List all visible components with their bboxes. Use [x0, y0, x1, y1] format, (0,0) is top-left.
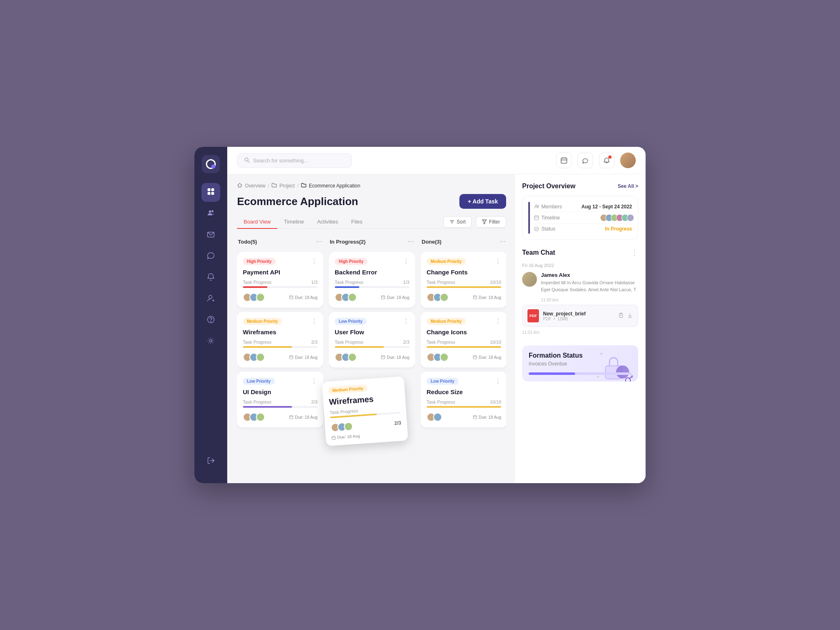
breadcrumb-project[interactable]: Project — [279, 183, 294, 189]
breadcrumb-home[interactable]: Overview — [245, 183, 265, 189]
card-menu-1[interactable]: ⋮ — [311, 258, 317, 265]
sidebar-item-mail[interactable] — [201, 226, 220, 244]
column-header-done: Done(3) ··· — [421, 235, 506, 248]
progress-fill-6 — [427, 286, 501, 288]
column-header-todo: Todo(5) ··· — [237, 235, 323, 248]
file-attachment[interactable]: PDF New_project_brief PDF • 12MB — [522, 305, 638, 327]
see-all-button[interactable]: See All > — [618, 183, 638, 189]
tab-activities[interactable]: Activities — [310, 215, 345, 229]
status-label: Status — [534, 226, 555, 232]
column-title-todo: Todo(5) — [238, 239, 257, 245]
file-download-button[interactable] — [627, 313, 633, 320]
sidebar-bottom — [201, 452, 220, 475]
card-wireframes: Medium Priority ⋮ Wireframes Task Progre… — [237, 312, 323, 368]
mail-icon — [207, 230, 215, 240]
column-title-inprogress: In Progress(2) — [330, 239, 365, 245]
notification-button[interactable] — [599, 153, 614, 168]
card-avatars-1 — [243, 293, 262, 302]
team-chat-more[interactable]: ⋮ — [631, 248, 638, 257]
add-task-button[interactable]: + Add Task — [459, 194, 506, 209]
notification-badge — [608, 155, 612, 159]
floating-card[interactable]: Medium Priority Wireframes Task Progress — [322, 376, 408, 446]
breadcrumb-current: Ecommerce Application — [309, 183, 360, 189]
tab-timeline[interactable]: Timeline — [277, 215, 310, 229]
app-logo[interactable] — [202, 155, 220, 173]
sidebar-item-settings[interactable] — [201, 332, 220, 351]
mini-avatar — [256, 413, 265, 422]
search-bar[interactable]: Search for something... — [237, 153, 352, 168]
card-title-5: User Flow — [335, 329, 409, 336]
sidebar-item-dashboard[interactable] — [201, 183, 220, 202]
card-due-1: Due: 18 Aug — [289, 295, 317, 300]
card-avatars-6 — [427, 293, 446, 302]
card-menu-8[interactable]: ⋮ — [495, 377, 501, 385]
main-content: Search for something... — [227, 147, 646, 483]
column-more-inprogress[interactable]: ··· — [408, 238, 414, 245]
card-menu-5[interactable]: ⋮ — [403, 317, 409, 325]
sidebar-item-logout[interactable] — [201, 452, 220, 471]
column-more-todo[interactable]: ··· — [316, 238, 322, 245]
column-done: Done(3) ··· Medium Priority ⋮ Change Fon… — [421, 235, 506, 479]
overview-details: Members Aug 12 - Sept 24 2022 — [534, 202, 632, 234]
priority-badge-4: High Priority — [335, 258, 368, 265]
card-menu-7[interactable]: ⋮ — [495, 317, 501, 325]
project-overview-title: Project Overview — [522, 183, 575, 190]
team-chat-title: Team Chat — [522, 249, 555, 256]
file-actions — [618, 313, 633, 320]
sidebar-item-help[interactable] — [201, 311, 220, 330]
filter-label: Filter — [489, 219, 500, 225]
svg-point-9 — [211, 321, 211, 322]
mini-avatar — [348, 293, 357, 302]
card-menu-4[interactable]: ⋮ — [403, 258, 409, 265]
card-menu-3[interactable]: ⋮ — [311, 377, 317, 385]
members-label: Members — [534, 204, 562, 210]
sort-button[interactable]: Sort — [443, 216, 472, 228]
svg-rect-45 — [473, 356, 477, 359]
user-avatar[interactable] — [620, 153, 636, 168]
card-progress-label-4: Task Progress 1/3 — [335, 280, 409, 285]
page-title: Ecommerce Application — [237, 195, 358, 208]
breadcrumb: Overview / Project / Ecommerce App — [237, 183, 506, 189]
search-icon — [244, 157, 250, 164]
project-overview-header: Project Overview See All > — [522, 183, 638, 190]
card-header-2: Medium Priority ⋮ — [243, 317, 317, 325]
sidebar-item-bell[interactable] — [201, 268, 220, 287]
left-panel: Overview / Project / Ecommerce App — [227, 174, 514, 483]
card-change-fonts: Medium Priority ⋮ Change Fonts Task Prog… — [421, 252, 506, 308]
column-more-done[interactable]: ··· — [500, 238, 506, 245]
card-due-5: Due: 18 Aug — [381, 355, 409, 360]
header: Search for something... — [227, 147, 646, 174]
card-title-6: Change Fonts — [427, 269, 501, 276]
sidebar-item-team[interactable] — [201, 204, 220, 223]
tab-board-view[interactable]: Board View — [237, 215, 277, 229]
card-header-4: High Priority ⋮ — [335, 258, 409, 265]
card-menu-2[interactable]: ⋮ — [311, 317, 317, 325]
team-chat-header: Team Chat ⋮ — [522, 248, 638, 257]
tab-files[interactable]: Files — [345, 215, 369, 229]
calendar-button[interactable] — [556, 153, 572, 168]
svg-point-10 — [210, 340, 212, 342]
svg-line-12 — [248, 161, 249, 162]
svg-rect-59 — [534, 216, 539, 220]
sidebar-item-chat[interactable] — [201, 247, 220, 266]
page-header: Ecommerce Application + Add Task — [237, 194, 506, 209]
progress-bar-5 — [335, 346, 409, 348]
tab-actions: Sort Filter — [443, 216, 506, 228]
filter-button[interactable]: Filter — [476, 216, 506, 228]
message-button[interactable] — [578, 153, 593, 168]
svg-rect-2 — [208, 192, 210, 195]
card-menu-6[interactable]: ⋮ — [495, 258, 501, 265]
file-name: New_project_brief — [543, 311, 614, 317]
status-value: In Progress — [605, 226, 632, 232]
svg-rect-53 — [332, 436, 336, 440]
card-footer-5: Due: 18 Aug — [335, 353, 409, 362]
progress-fill-3 — [243, 406, 292, 408]
card-progress-label-1: Task Progress 1/3 — [243, 280, 317, 285]
sidebar-item-useradd[interactable] — [201, 290, 220, 308]
floating-progress-value: 2/3 — [394, 420, 402, 426]
folder-active-icon — [301, 183, 306, 189]
card-title-1: Payment API — [243, 269, 317, 276]
folder-icon — [272, 183, 277, 189]
file-delete-button[interactable] — [618, 313, 624, 320]
card-footer-1: Due: 18 Aug — [243, 293, 317, 302]
